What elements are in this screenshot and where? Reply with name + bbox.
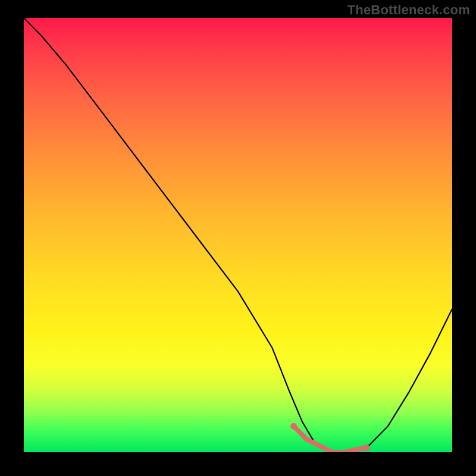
svg-point-0 bbox=[290, 423, 297, 430]
curve-path bbox=[24, 18, 452, 452]
plot-area bbox=[24, 18, 452, 452]
highlight-path bbox=[294, 426, 367, 452]
curve-svg bbox=[24, 18, 452, 452]
chart-frame: TheBottleneck.com bbox=[0, 0, 476, 476]
gradient-bands bbox=[24, 372, 452, 452]
watermark-text: TheBottleneck.com bbox=[347, 2, 470, 18]
svg-point-1 bbox=[364, 444, 370, 451]
highlight-dots bbox=[290, 423, 369, 452]
